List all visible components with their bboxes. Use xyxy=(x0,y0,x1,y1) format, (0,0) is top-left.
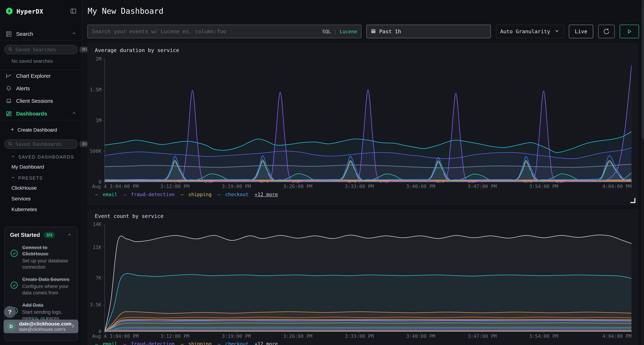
svg-text:3.5K: 3.5K xyxy=(90,302,102,308)
search-section-icon xyxy=(5,31,12,37)
chevron-down-icon xyxy=(554,28,560,35)
svg-text:Aug 4 3:04:00 PM: Aug 4 3:04:00 PM xyxy=(92,333,139,339)
page-scrollbar[interactable] xyxy=(642,0,644,345)
main-content: My New Dashboard SQL | Lucene Past 1h Au… xyxy=(82,0,642,345)
app-logo-text[interactable]: HyperDX xyxy=(16,8,67,15)
avatar: D xyxy=(6,322,16,331)
hyperdx-logo-icon xyxy=(5,7,13,16)
sidebar-item-clickhouse[interactable]: ClickHouse xyxy=(0,183,82,193)
svg-text:3:26:00 PM: 3:26:00 PM xyxy=(283,184,312,189)
svg-text:1M: 1M xyxy=(96,118,102,123)
search-icon xyxy=(8,47,12,52)
svg-text:2M: 2M xyxy=(96,56,102,62)
sidebar-item-kubernetes[interactable]: Kubernetes xyxy=(0,204,82,215)
lucene-toggle[interactable]: Lucene xyxy=(340,29,357,34)
sidebar-item-label: Alerts xyxy=(16,85,76,91)
user-menu[interactable]: D dale@clickhouse.com dale@clickhouse.co… xyxy=(4,320,78,333)
sidebar: HyperDX Search ⌘K No saved searches Char… xyxy=(0,0,82,345)
granularity-select[interactable]: Auto Granularity xyxy=(496,25,564,38)
get-started-title: Get Started xyxy=(10,232,40,238)
chevron-up-icon xyxy=(72,31,76,37)
help-button[interactable]: ? xyxy=(4,306,16,318)
time-range-picker[interactable]: Past 1h xyxy=(366,25,491,38)
saved-dashboards-input-wrap[interactable]: ⌘K xyxy=(4,139,78,149)
legend-item[interactable]: — email xyxy=(95,192,117,197)
chevron-down-icon xyxy=(11,175,16,181)
chart-panel-avg-duration[interactable]: 0500K1M1.5M2MAug 4 3:04:00 PM3:12:00 PM3… xyxy=(87,43,638,205)
presets-group-header[interactable]: PRESETS xyxy=(0,172,82,183)
chevron-right-icon xyxy=(70,323,76,330)
sidebar-item-search[interactable]: Search xyxy=(0,27,82,40)
sidebar-item-chart-explorer[interactable]: Chart Explorer xyxy=(0,70,82,82)
sidebar-item-my-dashboard[interactable]: My Dashboard xyxy=(0,162,82,172)
get-started-progress-badge: 3/3 xyxy=(44,232,55,239)
get-started-item-title: Add Data xyxy=(22,302,67,308)
sidebar-item-label: Search xyxy=(16,31,68,37)
laptop-icon xyxy=(5,98,12,104)
sql-toggle[interactable]: SQL xyxy=(322,29,331,34)
chevron-down-icon xyxy=(11,154,16,160)
chart-explorer-icon xyxy=(5,73,12,79)
legend-item[interactable]: — fraud-detection xyxy=(124,341,174,345)
chart-panel-event-count[interactable]: 03.5K7K11K14KAug 4 3:04:00 PM3:12:00 PM3… xyxy=(87,209,638,345)
chart-title: Average duration by service xyxy=(87,43,638,53)
svg-text:3:19:00 PM: 3:19:00 PM xyxy=(222,333,251,339)
saved-searches-input-wrap[interactable]: ⌘K xyxy=(4,45,78,54)
svg-text:3:33:00 PM: 3:33:00 PM xyxy=(345,333,374,339)
legend-more-link[interactable]: +12 more xyxy=(254,192,278,197)
svg-text:3:19:00 PM: 3:19:00 PM xyxy=(222,184,251,189)
svg-text:7K: 7K xyxy=(96,275,102,281)
avg-duration-chart[interactable]: 0500K1M1.5M2MAug 4 3:04:00 PM3:12:00 PM3… xyxy=(87,43,638,205)
legend-item[interactable]: — shipping xyxy=(181,192,212,197)
saved-dashboards-input[interactable] xyxy=(15,141,77,147)
svg-text:3:54:00 PM: 3:54:00 PM xyxy=(529,333,558,339)
check-circle-icon xyxy=(10,281,18,296)
svg-text:3:40:00 PM: 3:40:00 PM xyxy=(406,184,436,189)
chevron-up-icon[interactable] xyxy=(67,232,72,238)
event-count-chart[interactable]: 03.5K7K11K14KAug 4 3:04:00 PM3:12:00 PM3… xyxy=(87,209,638,345)
search-icon xyxy=(8,141,12,147)
chart-title: Event count by service xyxy=(87,209,638,219)
sidebar-item-label: Dashboards xyxy=(16,111,68,117)
get-started-item[interactable]: Connect to ClickHouse Set up your databa… xyxy=(10,245,72,270)
refresh-button[interactable] xyxy=(598,25,615,38)
get-started-item[interactable]: Create Data Sources Configure where your… xyxy=(10,276,72,296)
scrollbar-thumb[interactable] xyxy=(642,0,644,139)
svg-text:3:33:00 PM: 3:33:00 PM xyxy=(345,184,374,189)
saved-searches-input[interactable] xyxy=(15,47,77,52)
dashboard-toolbar: SQL | Lucene Past 1h Auto Granularity Li… xyxy=(87,25,639,38)
sidebar-item-label: Client Sessions xyxy=(16,98,76,104)
group-header-label: PRESETS xyxy=(18,176,43,181)
legend-item[interactable]: — shipping xyxy=(181,341,212,345)
sidebar-collapse-icon[interactable] xyxy=(70,8,76,15)
sidebar-item-dashboards[interactable]: Dashboards xyxy=(0,107,82,120)
calendar-icon xyxy=(371,28,376,35)
chevron-up-icon xyxy=(72,110,76,117)
event-search-input-wrap[interactable]: SQL | Lucene xyxy=(87,25,361,38)
play-button[interactable] xyxy=(620,25,639,38)
group-header-label: SAVED DASHBOARDS xyxy=(18,154,74,160)
event-search-input[interactable] xyxy=(92,28,319,35)
svg-text:500K: 500K xyxy=(90,148,102,154)
get-started-item-desc: Set up your database connection xyxy=(22,258,72,270)
legend-item[interactable]: — email xyxy=(95,341,117,345)
panel-resize-handle[interactable] xyxy=(630,198,636,203)
legend-item[interactable]: — fraud-detection xyxy=(124,192,174,197)
user-team: dale@clickhouse.com's xyxy=(19,327,67,332)
svg-text:3:12:00 PM: 3:12:00 PM xyxy=(160,333,190,339)
sidebar-item-client-sessions[interactable]: Client Sessions xyxy=(0,95,82,107)
live-button[interactable]: Live xyxy=(569,25,593,38)
bell-icon xyxy=(5,85,12,91)
sidebar-item-alerts[interactable]: Alerts xyxy=(0,82,82,95)
get-started-item-title: Create Data Sources xyxy=(22,276,74,283)
svg-text:14K: 14K xyxy=(93,222,102,227)
saved-dashboards-group-header[interactable]: SAVED DASHBOARDS xyxy=(0,151,82,162)
legend-item[interactable]: — checkout xyxy=(218,192,249,197)
time-range-value: Past 1h xyxy=(379,28,401,34)
legend-item[interactable]: — checkout xyxy=(218,341,249,345)
legend-more-link[interactable]: +12 more xyxy=(254,341,278,345)
sidebar-item-services[interactable]: Services xyxy=(0,193,82,204)
search-section-body: ⌘K No saved searches xyxy=(0,40,82,70)
create-dashboard-button[interactable]: Create Dashboard xyxy=(0,123,82,135)
sidebar-item-label: Chart Explorer xyxy=(16,73,76,79)
